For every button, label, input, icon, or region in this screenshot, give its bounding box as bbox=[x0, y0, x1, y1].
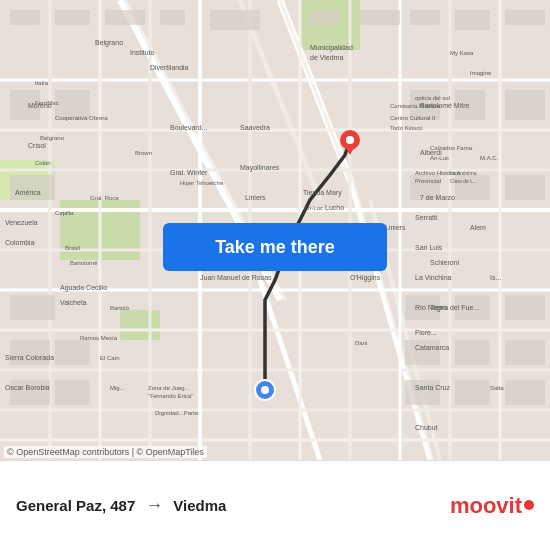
svg-text:7 de Marzo: 7 de Marzo bbox=[420, 194, 455, 201]
moovit-dot-icon bbox=[524, 500, 534, 510]
svg-text:Brown: Brown bbox=[135, 150, 152, 156]
route-from: General Paz, 487 bbox=[16, 497, 135, 514]
svg-text:Colón: Colón bbox=[35, 160, 51, 166]
svg-text:Centro Cultural II: Centro Cultural II bbox=[390, 115, 436, 121]
route-info: General Paz, 487 → Viedma bbox=[16, 495, 450, 516]
svg-text:Chubut: Chubut bbox=[415, 424, 438, 431]
svg-text:Tierra del Fue...: Tierra del Fue... bbox=[430, 304, 479, 311]
svg-rect-56 bbox=[505, 295, 545, 320]
svg-text:Santa Cruz: Santa Cruz bbox=[415, 384, 451, 391]
svg-rect-53 bbox=[10, 295, 55, 320]
map-attribution: © OpenStreetMap contributors | © OpenMap… bbox=[4, 446, 207, 458]
svg-text:Liniers: Liniers bbox=[385, 224, 406, 231]
svg-text:Dignidad...Parisi: Dignidad...Parisi bbox=[155, 410, 199, 416]
svg-text:Instituto: Instituto bbox=[130, 49, 155, 56]
svg-rect-35 bbox=[55, 10, 90, 25]
svg-text:El Caín: El Caín bbox=[100, 355, 120, 361]
svg-text:Belgrano: Belgrano bbox=[95, 39, 123, 47]
svg-text:"Fernando Erica": "Fernando Erica" bbox=[148, 393, 193, 399]
svg-text:Colombia: Colombia bbox=[5, 239, 35, 246]
bottom-bar: General Paz, 487 → Viedma moovit bbox=[0, 460, 550, 550]
svg-text:Claro de L...: Claro de L... bbox=[450, 178, 477, 184]
svg-rect-52 bbox=[505, 175, 545, 200]
svg-text:Alem: Alem bbox=[470, 224, 486, 231]
svg-text:San Luis: San Luis bbox=[415, 244, 443, 251]
svg-point-69 bbox=[346, 136, 354, 144]
svg-text:Divertilandia: Divertilandia bbox=[150, 64, 189, 71]
svg-text:Italía: Italía bbox=[35, 80, 49, 86]
svg-rect-65 bbox=[455, 380, 490, 405]
svg-text:Crisol: Crisol bbox=[28, 142, 46, 149]
svg-text:Brasil: Brasil bbox=[65, 245, 80, 251]
svg-text:Venezuela: Venezuela bbox=[5, 219, 38, 226]
svg-text:Boulevard...: Boulevard... bbox=[170, 124, 207, 131]
svg-rect-41 bbox=[410, 10, 440, 25]
svg-text:Zona de Jueg...: Zona de Jueg... bbox=[148, 385, 190, 391]
svg-text:Mayollinares: Mayollinares bbox=[240, 164, 280, 172]
map-container: Belgrano Moreno Instituto Crisol América… bbox=[0, 0, 550, 460]
moovit-brand-text: moovit bbox=[450, 493, 522, 519]
svg-text:Juan Manuel de Rosas: Juan Manuel de Rosas bbox=[200, 274, 272, 281]
svg-text:Hiper Tehuelche: Hiper Tehuelche bbox=[180, 180, 224, 186]
svg-rect-34 bbox=[10, 10, 40, 25]
svg-rect-38 bbox=[210, 10, 260, 30]
svg-point-71 bbox=[261, 386, 269, 394]
svg-rect-42 bbox=[455, 10, 490, 30]
svg-text:Liniers: Liniers bbox=[245, 194, 266, 201]
svg-text:Sierra Colorada: Sierra Colorada bbox=[5, 354, 54, 361]
svg-text:Valcheta: Valcheta bbox=[60, 299, 87, 306]
svg-text:Oscar Borobia: Oscar Borobia bbox=[5, 384, 50, 391]
route-arrow-icon: → bbox=[145, 495, 163, 516]
svg-rect-58 bbox=[55, 340, 90, 365]
svg-text:de Viedma: de Viedma bbox=[310, 54, 343, 61]
svg-rect-37 bbox=[160, 10, 185, 25]
svg-rect-39 bbox=[310, 10, 340, 25]
svg-text:M.A.C.: M.A.C. bbox=[480, 155, 499, 161]
svg-rect-57 bbox=[10, 340, 50, 365]
svg-text:Provincial: Provincial bbox=[415, 178, 441, 184]
svg-rect-4 bbox=[120, 310, 160, 340]
svg-text:Catamarca: Catamarca bbox=[415, 344, 449, 351]
svg-text:Bartolomé: Bartolomé bbox=[70, 260, 98, 266]
svg-text:Archivo Histórico: Archivo Histórico bbox=[415, 170, 461, 176]
svg-text:Dani: Dani bbox=[355, 340, 367, 346]
svg-text:My Kasa: My Kasa bbox=[450, 50, 474, 56]
svg-text:Gral. Roca: Gral. Roca bbox=[90, 195, 119, 201]
svg-text:Salta: Salta bbox=[490, 385, 504, 391]
svg-text:Ramos Mexía: Ramos Mexía bbox=[80, 335, 118, 341]
svg-text:Serratti: Serratti bbox=[415, 214, 438, 221]
moovit-logo: moovit bbox=[450, 493, 534, 519]
route-to: Viedma bbox=[173, 497, 226, 514]
svg-text:FerriMac: FerriMac bbox=[35, 100, 59, 106]
svg-text:La Vinchina: La Vinchina bbox=[415, 274, 452, 281]
svg-rect-61 bbox=[505, 340, 545, 365]
svg-text:optica del sol: optica del sol bbox=[415, 95, 450, 101]
svg-text:Belgrano: Belgrano bbox=[40, 135, 65, 141]
svg-text:Cooperativa Obrera: Cooperativa Obrera bbox=[55, 115, 108, 121]
svg-text:Lucho: Lucho bbox=[325, 204, 344, 211]
svg-text:Bartoló: Bartoló bbox=[110, 305, 130, 311]
svg-rect-48 bbox=[505, 90, 545, 120]
svg-text:Gral. Winter: Gral. Winter bbox=[170, 169, 208, 176]
svg-rect-66 bbox=[505, 380, 545, 405]
svg-text:Ari-Luc: Ari-Luc bbox=[304, 205, 323, 211]
svg-text:Flore...: Flore... bbox=[415, 329, 437, 336]
svg-text:Calzados Fama: Calzados Fama bbox=[430, 145, 473, 151]
svg-text:Ari-Luc: Ari-Luc bbox=[430, 155, 449, 161]
svg-text:Aguada Cecilio: Aguada Cecilio bbox=[60, 284, 107, 292]
svg-text:Mig...: Mig... bbox=[110, 385, 125, 391]
svg-rect-43 bbox=[505, 10, 545, 25]
svg-text:Comisaría Primera: Comisaría Primera bbox=[390, 103, 441, 109]
svg-rect-49 bbox=[10, 175, 55, 200]
svg-text:Imagine: Imagine bbox=[470, 70, 492, 76]
svg-rect-40 bbox=[360, 10, 400, 25]
svg-text:América: América bbox=[15, 189, 41, 196]
svg-rect-60 bbox=[455, 340, 490, 365]
take-me-there-button[interactable]: Take me there bbox=[163, 223, 387, 271]
svg-text:Todo Kiosco: Todo Kiosco bbox=[390, 125, 423, 131]
svg-text:O'Higgins: O'Higgins bbox=[350, 274, 381, 282]
svg-text:Schieroni: Schieroni bbox=[430, 259, 460, 266]
svg-rect-63 bbox=[55, 380, 90, 405]
svg-text:Tienda Mary: Tienda Mary bbox=[303, 189, 342, 197]
svg-text:Municipalidad: Municipalidad bbox=[310, 44, 353, 52]
